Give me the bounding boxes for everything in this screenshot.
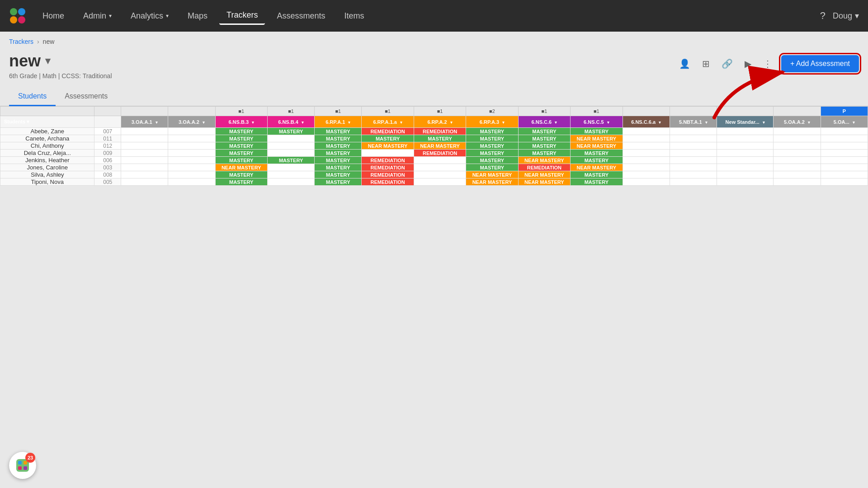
std-header-6nsb3[interactable]: 6.NS.B.3 ▾	[215, 116, 267, 128]
score-cell[interactable]: MASTERY	[466, 157, 518, 164]
student-name-cell[interactable]: Dela Cruz, Aleja...	[0, 150, 94, 157]
score-cell[interactable]: MASTERY	[215, 142, 267, 150]
score-cell	[623, 178, 670, 186]
score-cell[interactable]: MASTERY	[215, 135, 267, 142]
title-chevron-icon[interactable]: ▾	[45, 55, 50, 67]
score-cell[interactable]: REMEDIATION	[414, 128, 466, 135]
score-cell[interactable]: NEAR MASTERY	[414, 142, 466, 150]
score-cell	[821, 142, 868, 150]
score-cell[interactable]: MASTERY	[571, 171, 623, 178]
score-cell[interactable]: MASTERY	[466, 164, 518, 171]
score-cell[interactable]: MASTERY	[315, 150, 362, 157]
std-header-5nbt1[interactable]: 5.NBT.A.1 ▾	[670, 116, 717, 128]
score-cell[interactable]: MASTERY	[466, 128, 518, 135]
score-cell[interactable]: MASTERY	[414, 135, 466, 142]
score-cell[interactable]: MASTERY	[518, 150, 570, 157]
link-icon-button[interactable]: 🔗	[719, 56, 736, 72]
std-header-newstd[interactable]: New Standar... ▾	[717, 116, 774, 128]
more-icon-button[interactable]: ⋮	[760, 56, 775, 72]
std-header-6rpa2[interactable]: 6.RP.A.2 ▾	[414, 116, 466, 128]
score-cell[interactable]: MASTERY	[466, 150, 518, 157]
score-cell[interactable]: NEAR MASTERY	[518, 178, 570, 186]
score-cell[interactable]: REMEDIATION	[518, 164, 570, 171]
score-cell[interactable]: MASTERY	[571, 178, 623, 186]
score-cell[interactable]: MASTERY	[267, 157, 314, 164]
score-cell[interactable]: MASTERY	[571, 128, 623, 135]
nav-home[interactable]: Home	[35, 8, 71, 24]
score-cell[interactable]: MASTERY	[215, 157, 267, 164]
score-cell[interactable]: MASTERY	[571, 157, 623, 164]
students-col-header[interactable]: Students ▾	[0, 116, 94, 128]
std-header-5oaa2[interactable]: 5.OA.A.2 ▾	[774, 116, 821, 128]
student-name-cell[interactable]: Silva, Ashley	[0, 171, 94, 178]
layout-icon-button[interactable]: ⊞	[699, 56, 712, 72]
student-name-cell[interactable]: Tiponi, Nova	[0, 178, 94, 186]
score-cell[interactable]: REMEDIATION	[362, 157, 414, 164]
score-cell[interactable]: MASTERY	[215, 128, 267, 135]
nav-admin[interactable]: Admin ▾	[76, 8, 119, 24]
score-cell[interactable]: MASTERY	[215, 150, 267, 157]
score-cell[interactable]: MASTERY	[315, 128, 362, 135]
std-header-6rpa1[interactable]: 6.RP.A.1 ▾	[315, 116, 362, 128]
score-cell[interactable]: NEAR MASTERY	[571, 142, 623, 150]
add-assessment-button[interactable]: + Add Assessment	[781, 55, 859, 72]
score-cell[interactable]: MASTERY	[571, 150, 623, 157]
std-header-6rpa3[interactable]: 6.RP.A.3 ▾	[466, 116, 518, 128]
score-cell[interactable]: MASTERY	[315, 178, 362, 186]
student-name-cell[interactable]: Canete, Archana	[0, 135, 94, 142]
score-cell[interactable]: NEAR MASTERY	[571, 135, 623, 142]
app-logo[interactable]	[9, 7, 26, 24]
score-cell[interactable]: MASTERY	[315, 142, 362, 150]
std-header-6nsc6[interactable]: 6.NS.C.6 ▾	[518, 116, 570, 128]
score-cell[interactable]: NEAR MASTERY	[466, 171, 518, 178]
score-cell[interactable]: NEAR MASTERY	[518, 171, 570, 178]
std-header-6nsb4[interactable]: 6.NS.B.4 ▾	[267, 116, 314, 128]
help-icon[interactable]: ?	[820, 10, 826, 22]
nav-trackers[interactable]: Trackers	[219, 7, 265, 25]
score-cell[interactable]: NEAR MASTERY	[571, 164, 623, 171]
breadcrumb-parent[interactable]: Trackers	[9, 38, 33, 45]
score-cell[interactable]: MASTERY	[215, 171, 267, 178]
score-cell[interactable]: MASTERY	[315, 171, 362, 178]
score-cell[interactable]: NEAR MASTERY	[466, 178, 518, 186]
score-cell[interactable]: MASTERY	[518, 142, 570, 150]
score-cell[interactable]: MASTERY	[315, 157, 362, 164]
std-header-6nsc5[interactable]: 6.NS.C.5 ▾	[571, 116, 623, 128]
score-cell[interactable]: MASTERY	[466, 142, 518, 150]
std-header-6nsc6a[interactable]: 6.NS.C.6.a ▾	[623, 116, 670, 128]
nav-analytics[interactable]: Analytics ▾	[123, 8, 176, 24]
score-cell[interactable]: REMEDIATION	[362, 178, 414, 186]
forward-icon-button[interactable]: ▶	[742, 56, 754, 72]
std-header-3oaa1[interactable]: 3.OA.A.1 ▾	[121, 116, 168, 128]
student-name-cell[interactable]: Abebe, Zane	[0, 128, 94, 135]
score-cell[interactable]: MASTERY	[518, 128, 570, 135]
score-cell[interactable]: MASTERY	[215, 178, 267, 186]
tab-students[interactable]: Students	[9, 88, 56, 106]
nav-assessments[interactable]: Assessments	[269, 8, 332, 24]
score-cell[interactable]: MASTERY	[267, 128, 314, 135]
std-header-6rpa1a[interactable]: 6.RP.A.1.a ▾	[362, 116, 414, 128]
notification-badge[interactable]: 23	[9, 452, 36, 479]
score-cell[interactable]: MASTERY	[315, 164, 362, 171]
nav-items[interactable]: Items	[337, 8, 371, 24]
score-cell[interactable]: MASTERY	[466, 135, 518, 142]
user-menu[interactable]: Doug ▾	[833, 11, 859, 21]
person-icon-button[interactable]: 👤	[676, 56, 693, 72]
score-cell[interactable]: MASTERY	[362, 135, 414, 142]
score-cell[interactable]: NEAR MASTERY	[215, 164, 267, 171]
score-cell[interactable]: REMEDIATION	[362, 164, 414, 171]
std-header-3oaa2[interactable]: 3.OA.A.2 ▾	[168, 116, 215, 128]
score-cell[interactable]: MASTERY	[518, 135, 570, 142]
score-cell[interactable]: REMEDIATION	[362, 128, 414, 135]
score-cell[interactable]: REMEDIATION	[414, 150, 466, 157]
nav-maps[interactable]: Maps	[180, 8, 215, 24]
score-cell[interactable]: NEAR MASTERY	[518, 157, 570, 164]
tab-assessments[interactable]: Assessments	[56, 88, 117, 106]
student-name-cell[interactable]: Chi, Anthony	[0, 142, 94, 150]
score-cell[interactable]: REMEDIATION	[362, 171, 414, 178]
student-name-cell[interactable]: Jones, Caroline	[0, 164, 94, 171]
score-cell[interactable]: MASTERY	[315, 135, 362, 142]
score-cell[interactable]: NEAR MASTERY	[362, 142, 414, 150]
std-header-5oaa[interactable]: 5.OA... ▾	[821, 116, 868, 128]
student-name-cell[interactable]: Jenkins, Heather	[0, 157, 94, 164]
